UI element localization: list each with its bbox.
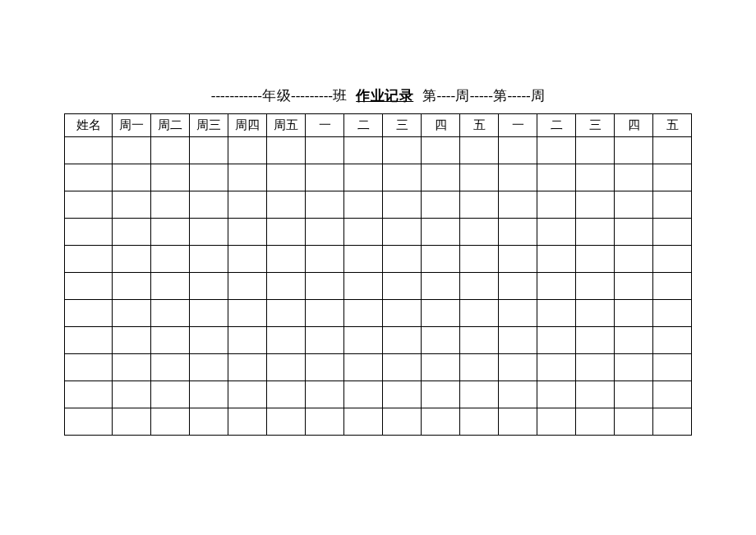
table-cell — [653, 273, 692, 300]
table-cell — [537, 300, 576, 327]
table-cell — [151, 327, 190, 354]
table-cell — [344, 381, 383, 408]
table-cell — [653, 164, 692, 191]
table-row — [65, 137, 692, 164]
header-row: 姓名 周一 周二 周三 周四 周五 一 二 三 四 五 一 二 三 四 五 — [65, 114, 692, 137]
table-cell — [576, 191, 615, 219]
table-row — [65, 408, 692, 436]
table-cell — [383, 381, 422, 408]
table-cell — [344, 191, 383, 219]
table-cell — [499, 191, 537, 219]
table-cell — [460, 219, 499, 246]
table-cell — [383, 408, 422, 436]
table-cell — [499, 273, 537, 300]
table-cell — [190, 137, 228, 164]
table-cell — [537, 191, 576, 219]
table-cell — [615, 137, 653, 164]
homework-table: 姓名 周一 周二 周三 周四 周五 一 二 三 四 五 一 二 三 四 五 — [64, 113, 692, 436]
header-d4: 四 — [422, 114, 460, 137]
table-cell — [576, 219, 615, 246]
header-thu: 周四 — [228, 114, 267, 137]
table-cell — [267, 273, 306, 300]
header-mon: 周一 — [113, 114, 151, 137]
week-suffix-1: 周 — [455, 88, 470, 104]
table-cell — [422, 381, 460, 408]
header-d1: 一 — [306, 114, 344, 137]
table-cell — [422, 354, 460, 381]
table-cell — [228, 219, 267, 246]
table-cell — [267, 191, 306, 219]
table-cell — [267, 300, 306, 327]
table-cell — [190, 246, 228, 273]
table-cell — [344, 408, 383, 436]
table-cell — [113, 327, 151, 354]
table-cell — [267, 327, 306, 354]
table-cell — [65, 273, 113, 300]
table-cell — [151, 219, 190, 246]
header-d2: 二 — [344, 114, 383, 137]
table-cell — [151, 381, 190, 408]
table-cell — [113, 191, 151, 219]
table-cell — [113, 246, 151, 273]
table-cell — [422, 137, 460, 164]
table-cell — [228, 191, 267, 219]
table-cell — [113, 408, 151, 436]
grade-label: 年级 — [262, 88, 291, 104]
table-cell — [344, 273, 383, 300]
table-cell — [653, 219, 692, 246]
table-cell — [460, 408, 499, 436]
table-body — [65, 137, 692, 436]
table-cell — [306, 300, 344, 327]
table-row — [65, 354, 692, 381]
table-cell — [306, 191, 344, 219]
table-cell — [576, 273, 615, 300]
table-cell — [306, 273, 344, 300]
table-cell — [65, 164, 113, 191]
table-cell — [190, 164, 228, 191]
table-row — [65, 327, 692, 354]
table-cell — [576, 137, 615, 164]
header-wed: 周三 — [190, 114, 228, 137]
table-cell — [499, 219, 537, 246]
table-cell — [576, 408, 615, 436]
table-cell — [499, 137, 537, 164]
header-fri: 周五 — [267, 114, 306, 137]
dash-4: ----- — [470, 88, 493, 104]
table-cell — [422, 246, 460, 273]
table-cell — [499, 300, 537, 327]
table-cell — [615, 354, 653, 381]
table-cell — [344, 354, 383, 381]
table-cell — [151, 300, 190, 327]
table-cell — [499, 246, 537, 273]
table-cell — [576, 164, 615, 191]
header-d10: 五 — [653, 114, 692, 137]
header-d9: 四 — [615, 114, 653, 137]
table-cell — [306, 246, 344, 273]
table-cell — [499, 327, 537, 354]
table-cell — [344, 164, 383, 191]
table-cell — [113, 219, 151, 246]
dash-1: ----------- — [211, 88, 262, 104]
table-cell — [228, 381, 267, 408]
table-cell — [653, 246, 692, 273]
table-cell — [576, 300, 615, 327]
table-cell — [306, 219, 344, 246]
table-cell — [267, 354, 306, 381]
table-cell — [344, 327, 383, 354]
table-cell — [306, 137, 344, 164]
table-cell — [228, 408, 267, 436]
table-cell — [653, 408, 692, 436]
table-row — [65, 381, 692, 408]
table-cell — [615, 219, 653, 246]
table-cell — [151, 273, 190, 300]
table-cell — [65, 246, 113, 273]
table-cell — [190, 273, 228, 300]
table-cell — [65, 381, 113, 408]
table-cell — [499, 354, 537, 381]
table-row — [65, 191, 692, 219]
table-cell — [267, 381, 306, 408]
table-cell — [383, 164, 422, 191]
table-cell — [190, 354, 228, 381]
table-cell — [190, 191, 228, 219]
week-prefix-1: 第 — [422, 88, 437, 104]
